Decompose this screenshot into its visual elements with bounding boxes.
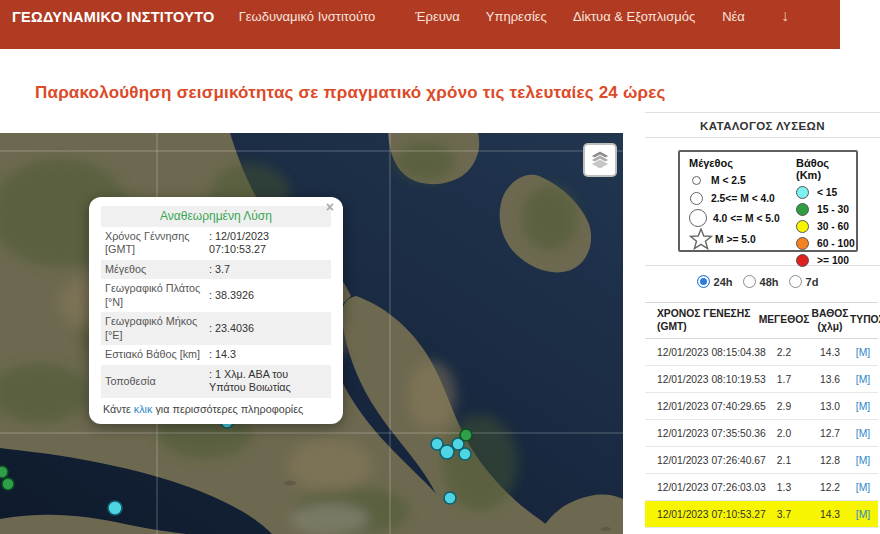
radio-48h[interactable] xyxy=(743,275,756,288)
download-arrow-icon[interactable]: ↓ xyxy=(781,9,789,23)
radio-7d-label[interactable]: 7d xyxy=(806,276,819,288)
cell-depth: 13.0 xyxy=(810,393,850,420)
popup-close-button[interactable]: × xyxy=(326,200,334,214)
col-header-depth: ΒΑΘΟΣ (χλμ) xyxy=(810,303,850,339)
popup-row-value: : 3.7 xyxy=(205,260,331,279)
page: ΓΕΩΔΥΝΑΜΙΚΟ ΙΝΣΤΙΤΟΥΤΟ Γεωδυναμικό Ινστι… xyxy=(0,0,880,534)
earthquake-marker[interactable] xyxy=(440,445,454,459)
cell-time: 12/01/2023 08:10:19.53 xyxy=(645,366,758,393)
depth-color-dot xyxy=(796,220,809,233)
layers-control-button[interactable] xyxy=(583,143,617,177)
type-link[interactable]: [M] xyxy=(856,482,870,493)
radio-48h-label[interactable]: 48h xyxy=(760,276,779,288)
earthquake-table: ΧΡΟΝΟΣ ΓΕΝΕΣΗΣ (GMT) ΜΕΓΕΘΟΣ ΒΑΘΟΣ (χλμ)… xyxy=(645,302,878,528)
type-link[interactable]: [M] xyxy=(856,428,870,439)
magnitude-star-icon xyxy=(689,228,713,250)
depth-legend-label: >= 100 xyxy=(817,255,849,266)
cell-depth: 12.8 xyxy=(810,447,850,474)
cell-time: 12/01/2023 07:35:50.36 xyxy=(645,420,758,447)
nav-item-services[interactable]: Υπηρεσίες xyxy=(486,9,547,24)
earthquake-marker[interactable] xyxy=(460,429,472,441)
popup-footer-text: για περισσότερες πληροφορίες xyxy=(152,403,303,415)
earthquake-marker[interactable] xyxy=(444,492,456,504)
table-row[interactable]: 12/01/2023 07:26:40.672.112.8[M] xyxy=(645,447,878,474)
cell-time: 12/01/2023 08:15:04.38 xyxy=(645,339,758,366)
depth-legend: Βάθος (Km) < 15 15 - 30 30 - 60 60 - 100… xyxy=(796,157,856,267)
popup-row-value: : 23.4036 xyxy=(205,312,331,345)
depth-color-dot xyxy=(796,237,809,250)
popup-row-label: Χρόνος Γέννησης [GMT] xyxy=(101,227,205,260)
magnitude-legend-label: M >= 5.0 xyxy=(715,234,756,245)
nav-item-networks[interactable]: Δίκτυα & Εξοπλισμός xyxy=(573,9,695,24)
type-link[interactable]: [M] xyxy=(856,455,870,466)
depth-legend-title: Βάθος (Km) xyxy=(796,157,856,181)
magnitude-legend-title: Μέγεθος xyxy=(689,157,780,169)
magnitude-legend-label: 4.0 <= M < 5.0 xyxy=(713,213,780,224)
depth-color-dot xyxy=(796,254,809,267)
depth-color-dot xyxy=(796,186,809,199)
depth-legend-label: 60 - 100 xyxy=(817,238,855,249)
table-row[interactable]: 12/01/2023 07:26:03.031.312.2[M] xyxy=(645,474,878,501)
depth-legend-label: 15 - 30 xyxy=(817,204,849,215)
nav-item-institute[interactable]: Γεωδυναμικό Ινστιτούτο xyxy=(239,9,376,24)
sidebar: ΚΑΤΑΛΟΓΟΣ ΛΥΣΕΩΝ Μέγεθος M < 2.5 2.5<= M… xyxy=(645,105,880,534)
cell-time: 12/01/2023 07:26:40.67 xyxy=(645,447,758,474)
popup-table: Αναθεωρημένη Λύση Χρόνος Γέννησης [GMT] … xyxy=(101,206,331,398)
magnitude-circle-large-icon xyxy=(689,209,707,227)
cell-time: 12/01/2023 07:26:03.03 xyxy=(645,474,758,501)
popup-row-value: : 38.3926 xyxy=(205,279,331,312)
col-header-time: ΧΡΟΝΟΣ ΓΕΝΕΣΗΣ (GMT) xyxy=(645,303,758,339)
cell-depth: 14.3 xyxy=(810,501,850,528)
type-link[interactable]: [M] xyxy=(856,509,870,520)
popup-row-value: : 1 Χλμ. ΑΒΑ του Υπάτου Βοιωτίας xyxy=(205,365,331,398)
page-title: Παρακολούθηση σεισμικότητας σε πραγματικ… xyxy=(35,83,675,103)
type-link[interactable]: [M] xyxy=(856,347,870,358)
top-nav-bar: ΓΕΩΔΥΝΑΜΙΚΟ ΙΝΣΤΙΤΟΥΤΟ Γεωδυναμικό Ινστι… xyxy=(0,0,840,49)
cell-depth: 14.3 xyxy=(810,339,850,366)
more-info-link[interactable]: κλικ xyxy=(134,403,153,415)
cell-depth: 12.7 xyxy=(810,420,850,447)
radio-24h[interactable] xyxy=(697,275,710,288)
depth-legend-label: < 15 xyxy=(817,187,837,198)
earthquake-marker[interactable] xyxy=(459,448,471,460)
cell-time: 12/01/2023 07:40:29.65 xyxy=(645,393,758,420)
nav-item-news[interactable]: Νέα xyxy=(722,9,745,24)
cell-depth: 12.2 xyxy=(810,474,850,501)
col-header-magnitude: ΜΕΓΕΘΟΣ xyxy=(758,303,810,339)
magnitude-circle-medium-icon xyxy=(690,192,703,205)
table-row[interactable]: 12/01/2023 07:40:29.652.913.0[M] xyxy=(645,393,878,420)
main-nav: Γεωδυναμικό Ινστιτούτο Έρευνα Υπηρεσίες … xyxy=(239,9,789,24)
cell-depth: 13.6 xyxy=(810,366,850,393)
magnitude-legend: Μέγεθος M < 2.5 2.5<= M < 4.0 4.0 <= M <… xyxy=(689,157,780,250)
popup-row-label: Μέγεθος xyxy=(101,260,205,279)
table-row[interactable]: 12/01/2023 08:15:04.382.214.3[M] xyxy=(645,339,878,366)
popup-footer: Κάντε κλικ για περισσότερες πληροφορίες xyxy=(101,403,331,415)
popup-footer-text: Κάντε xyxy=(103,403,134,415)
earthquake-marker[interactable] xyxy=(0,466,8,478)
depth-color-dot xyxy=(796,203,809,216)
type-link[interactable]: [M] xyxy=(856,401,870,412)
earthquake-marker[interactable] xyxy=(2,478,14,490)
catalog-title: ΚΑΤΑΛΟΓΟΣ ΛΥΣΕΩΝ xyxy=(645,112,880,138)
layers-icon xyxy=(589,150,611,170)
table-row[interactable]: 12/01/2023 07:35:50.362.012.7[M] xyxy=(645,420,878,447)
earthquake-popup: × Αναθεωρημένη Λύση Χρόνος Γέννησης [GMT… xyxy=(89,197,343,424)
type-link[interactable]: [M] xyxy=(856,374,870,385)
popup-row-value: : 14.3 xyxy=(205,345,331,364)
magnitude-legend-label: 2.5<= M < 4.0 xyxy=(711,193,775,204)
radio-24h-label[interactable]: 24h xyxy=(714,276,733,288)
radio-7d[interactable] xyxy=(789,275,802,288)
table-row[interactable]: 12/01/2023 08:10:19.531.713.6[M] xyxy=(645,366,878,393)
earthquake-marker[interactable] xyxy=(108,501,122,515)
col-header-type: ΤΥΠΟΣ xyxy=(850,303,878,339)
magnitude-circle-small-icon xyxy=(692,176,701,185)
brand-logo[interactable]: ΓΕΩΔΥΝΑΜΙΚΟ ΙΝΣΤΙΤΟΥΤΟ xyxy=(12,9,215,25)
time-filter-group: 24h 48h 7d xyxy=(645,275,880,288)
popup-row-label: Γεωγραφικό Μήκος [°E] xyxy=(101,312,205,345)
magnitude-legend-label: M < 2.5 xyxy=(711,175,746,186)
popup-title: Αναθεωρημένη Λύση xyxy=(101,206,331,227)
nav-item-research[interactable]: Έρευνα xyxy=(415,9,460,24)
depth-legend-label: 30 - 60 xyxy=(817,221,849,232)
table-row-highlighted[interactable]: 12/01/2023 07:10:53.273.714.3[M] xyxy=(645,501,878,528)
popup-row-label: Γεωγραφικό Πλάτος [°N] xyxy=(101,279,205,312)
